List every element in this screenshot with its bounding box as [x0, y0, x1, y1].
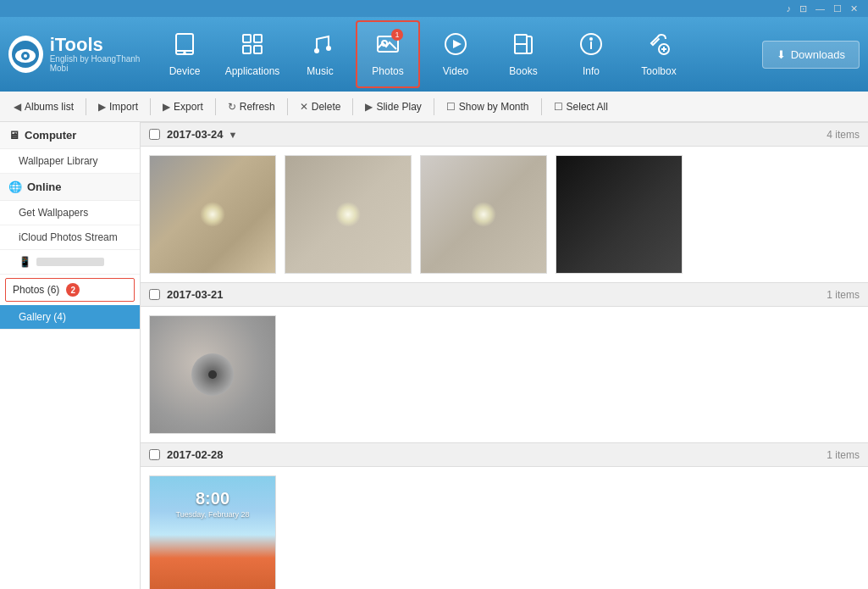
export-button[interactable]: ▶ Export — [156, 97, 210, 116]
date-group-checkbox-1[interactable] — [149, 129, 160, 140]
device-icon-small: 📱 — [19, 256, 31, 268]
downloads-button[interactable]: ⬇ Downloads — [762, 41, 860, 69]
content-area: 2017-03-24 ▼ 4 items 2017-03-21 1 items — [141, 122, 868, 589]
svg-point-12 — [326, 46, 331, 51]
close-button[interactable]: ✕ — [847, 2, 861, 16]
fan-hub — [208, 370, 217, 379]
svg-point-6 — [184, 52, 185, 53]
svg-point-21 — [590, 38, 592, 40]
nav-item-device[interactable]: Device — [152, 20, 217, 88]
svg-rect-8 — [254, 35, 262, 42]
items-count-2: 1 items — [827, 289, 860, 301]
header: iTools English by HoangThanh Mobi Device — [0, 17, 868, 92]
sidebar-item-get-wallpapers[interactable]: Get Wallpapers — [0, 201, 140, 225]
photo-thumb[interactable] — [420, 155, 547, 274]
online-label: Online — [27, 181, 61, 193]
slide-play-button[interactable]: ▶ Slide Play — [358, 97, 428, 116]
select-all-icon: ☐ — [554, 101, 563, 113]
device-name-blurred — [36, 258, 104, 266]
books-icon — [511, 32, 535, 62]
select-all-button[interactable]: ☐ Select All — [547, 97, 615, 116]
sidebar-section-computer: 🖥 Computer — [0, 122, 140, 149]
slide-play-icon: ▶ — [365, 101, 373, 113]
nav-item-photos[interactable]: 1 Photos — [356, 20, 420, 88]
nav-item-info[interactable]: Info — [559, 20, 623, 88]
nav-item-music[interactable]: Music — [288, 20, 352, 88]
albums-list-label: Albums list — [25, 101, 74, 113]
app-subtitle: English by HoangThanh Mobi — [50, 54, 152, 73]
svg-rect-9 — [243, 46, 251, 53]
photo-thumb[interactable] — [149, 155, 276, 274]
sidebar-item-gallery[interactable]: Gallery (4) — [0, 305, 140, 330]
delete-icon: ✕ — [300, 101, 308, 113]
icloud-photos-label: iCloud Photos Stream — [19, 231, 118, 243]
nav-bar: Device Applications — [152, 20, 762, 88]
delete-button[interactable]: ✕ Delete — [293, 97, 348, 116]
nav-item-applications[interactable]: Applications — [220, 20, 285, 88]
photo-thumb[interactable] — [149, 315, 276, 434]
screenshot-content: 8:00 Tuesday, February 28 — [150, 476, 275, 589]
photos-grid-1 — [141, 147, 868, 282]
refresh-button[interactable]: ↻ Refresh — [221, 97, 282, 116]
svg-marker-16 — [453, 40, 462, 48]
photos-num-badge: 2 — [66, 283, 80, 297]
date-dropdown-1[interactable]: ▼ — [229, 130, 238, 140]
nav-label-music: Music — [307, 65, 333, 77]
online-icon: 🌐 — [8, 181, 22, 193]
nav-label-applications: Applications — [225, 65, 280, 77]
nav-item-video[interactable]: Video — [423, 20, 488, 88]
get-wallpapers-label: Get Wallpapers — [19, 207, 88, 219]
items-count-1: 4 items — [827, 129, 860, 141]
back-icon: ◀ — [14, 101, 21, 113]
photos-item-label: Photos (6) — [13, 284, 59, 296]
computer-label: Computer — [25, 129, 76, 142]
date-group-2017-03-24: 2017-03-24 ▼ 4 items — [141, 122, 868, 147]
separator-5 — [352, 98, 353, 115]
main-layout: 🖥 Computer Wallpaper Library 🌐 Online Ge… — [0, 122, 868, 589]
date-display: Tuesday, February 28 — [175, 510, 249, 519]
date-group-checkbox-2[interactable] — [149, 289, 160, 300]
export-label: Export — [174, 101, 203, 113]
refresh-label: Refresh — [240, 101, 275, 113]
svg-rect-7 — [243, 35, 251, 42]
show-by-month-label: Show by Month — [459, 101, 529, 113]
date-group-checkbox-3[interactable] — [149, 449, 160, 460]
separator-1 — [86, 98, 86, 115]
separator-3 — [215, 98, 216, 115]
maximize-button[interactable]: ☐ — [830, 2, 845, 16]
sidebar-section-online: 🌐 Online — [0, 174, 140, 201]
import-button[interactable]: ▶ Import — [91, 97, 145, 116]
minimize-button[interactable]: — — [812, 2, 828, 15]
info-icon — [579, 32, 603, 62]
separator-4 — [287, 98, 288, 115]
device-icon — [173, 32, 196, 62]
separator-6 — [434, 98, 434, 115]
svg-point-3 — [24, 54, 27, 58]
nav-item-books[interactable]: Books — [491, 20, 556, 88]
nav-label-photos: Photos — [372, 65, 403, 77]
date-label-1: 2017-03-24 — [167, 128, 224, 141]
title-bar: ♪ ⊡ — ☐ ✕ — [0, 0, 868, 17]
albums-list-button[interactable]: ◀ Albums list — [7, 97, 80, 116]
sidebar-item-icloud-photos[interactable]: iCloud Photos Stream — [0, 225, 140, 250]
toolbar: ◀ Albums list ▶ Import ▶ Export ↻ Refres… — [0, 92, 868, 122]
photo-thumb[interactable]: 8:00 Tuesday, February 28 — [149, 475, 276, 589]
logo: iTools English by HoangThanh Mobi — [8, 36, 152, 73]
show-by-month-button[interactable]: ☐ Show by Month — [440, 97, 536, 116]
nav-label-video: Video — [443, 65, 468, 77]
photo-thumb[interactable] — [285, 155, 412, 274]
photos-badge: 1 — [391, 29, 403, 41]
sidebar: 🖥 Computer Wallpaper Library 🌐 Online Ge… — [0, 122, 141, 589]
separator-2 — [150, 98, 151, 115]
import-label: Import — [109, 101, 138, 113]
video-icon — [444, 32, 467, 62]
sidebar-item-photos[interactable]: Photos (6) 2 — [5, 278, 135, 302]
photo-thumb[interactable] — [556, 155, 683, 274]
nav-item-toolbox[interactable]: Toolbox — [627, 20, 691, 88]
note-icon: ♪ — [783, 2, 795, 15]
import-icon: ▶ — [98, 101, 106, 113]
date-label-3: 2017-02-28 — [167, 448, 224, 461]
download-icon: ⬇ — [777, 48, 786, 61]
fan-center — [191, 353, 234, 396]
sidebar-item-wallpaper-library[interactable]: Wallpaper Library — [0, 149, 140, 174]
